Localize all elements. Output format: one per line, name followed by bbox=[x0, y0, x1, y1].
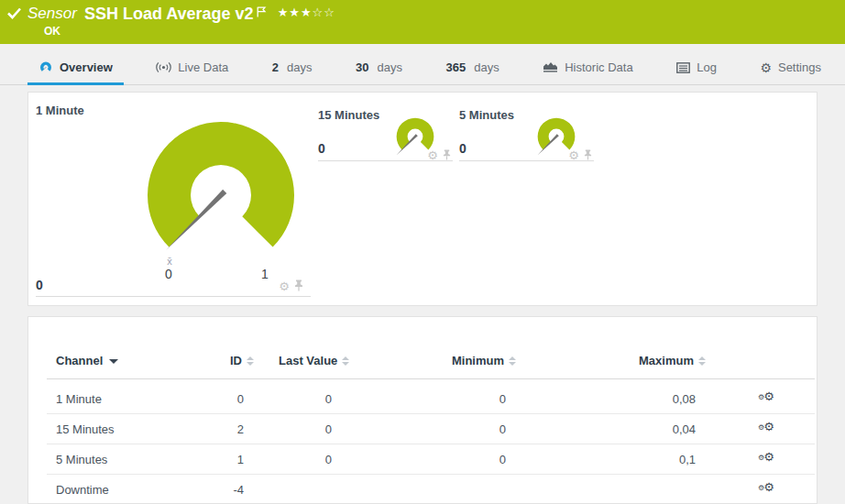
tab-label: Log bbox=[697, 60, 717, 74]
status-ok-check-icon bbox=[7, 6, 21, 23]
sort-toggle-icon bbox=[509, 356, 516, 366]
tab-historic-data[interactable]: Historic Data bbox=[532, 52, 643, 84]
tab-365-days[interactable]: 365 days bbox=[435, 52, 510, 84]
channel-settings-icon[interactable]: ⚙⚙ bbox=[758, 390, 774, 405]
channel-id: -4 bbox=[166, 481, 244, 499]
sensor-tab-bar: Overview Live Data 2 days 30 days 365 da… bbox=[0, 44, 845, 85]
divider bbox=[459, 160, 594, 161]
sensor-title: SSH Load Average v2 bbox=[84, 4, 254, 24]
tab-label: days bbox=[474, 60, 499, 74]
primary-gauge-actions: ⚙ bbox=[36, 279, 303, 295]
channel-settings-icon[interactable]: ⚙⚙ bbox=[758, 481, 774, 496]
tab-log[interactable]: Log bbox=[665, 52, 728, 84]
log-icon bbox=[676, 62, 690, 73]
row-divider bbox=[47, 413, 815, 414]
tab-label: Live Data bbox=[178, 60, 228, 74]
gauge-arc bbox=[538, 118, 576, 150]
historic-data-icon bbox=[543, 61, 558, 73]
header-divider bbox=[47, 378, 815, 379]
tab-number: 365 bbox=[446, 60, 466, 74]
channels-table-header: Channel ID Last Value Minimum Maximum bbox=[28, 352, 817, 370]
pin-icon[interactable] bbox=[584, 148, 592, 164]
priority-stars[interactable]: ★★★☆☆ bbox=[278, 5, 335, 19]
divider bbox=[36, 296, 311, 297]
settings-gear-icon[interactable]: ⚙ bbox=[279, 281, 290, 292]
tab-30-days[interactable]: 30 days bbox=[345, 52, 413, 84]
channel-maximum: 0,1 bbox=[604, 451, 696, 469]
column-header-last-value[interactable]: Last Value bbox=[279, 352, 349, 370]
settings-gear-icon: ⚙ bbox=[760, 61, 772, 74]
divider bbox=[318, 160, 453, 161]
column-header-minimum[interactable]: Minimum bbox=[414, 352, 516, 370]
sort-toggle-icon bbox=[247, 356, 254, 366]
sensor-header: Sensor SSH Load Average v2 ★★★☆☆ OK bbox=[0, 0, 845, 44]
tab-label: days bbox=[287, 60, 312, 74]
channel-settings-icon[interactable]: ⚙⚙ bbox=[758, 451, 774, 466]
column-header-maximum[interactable]: Maximum bbox=[604, 352, 706, 370]
object-kind-label: Sensor bbox=[27, 4, 77, 24]
column-label: Maximum bbox=[639, 352, 694, 370]
table-row: 1 Minute 0 0 0 0,08 ⚙⚙ bbox=[28, 390, 817, 409]
channel-minimum: 0 bbox=[414, 421, 506, 439]
column-header-id[interactable]: ID bbox=[166, 352, 254, 370]
column-label: ID bbox=[230, 352, 242, 370]
channel-minimum: 0 bbox=[414, 451, 506, 469]
channel-id: 1 bbox=[166, 451, 244, 469]
mini-gauge-title: 15 Minutes bbox=[318, 108, 379, 122]
tab-label: Overview bbox=[60, 60, 113, 74]
channel-id: 0 bbox=[166, 390, 244, 409]
gauge-icon bbox=[38, 60, 53, 74]
channels-panel: Channel ID Last Value Minimum Maximum bbox=[27, 316, 818, 504]
tab-overview[interactable]: Overview bbox=[27, 52, 124, 84]
column-label: Last Value bbox=[279, 352, 337, 370]
tab-label: days bbox=[378, 60, 402, 74]
row-divider bbox=[47, 444, 815, 444]
channel-settings-icon[interactable]: ⚙⚙ bbox=[758, 421, 774, 435]
pin-icon[interactable] bbox=[443, 148, 451, 164]
table-row: 5 Minutes 1 0 0 0,1 ⚙⚙ bbox=[28, 451, 817, 469]
primary-gauge-title: 1 Minute bbox=[36, 104, 84, 117]
gauge-arc bbox=[397, 118, 434, 150]
tab-2-days[interactable]: 2 days bbox=[261, 52, 324, 84]
primary-gauge: x̄ 0 1 bbox=[120, 104, 322, 287]
mini-gauge-title: 5 Minutes bbox=[459, 108, 514, 122]
column-label: Channel bbox=[56, 352, 103, 370]
table-row: 15 Minutes 2 0 0 0,04 ⚙⚙ bbox=[28, 421, 817, 439]
tab-number: 30 bbox=[356, 60, 368, 74]
tab-label: Settings bbox=[778, 60, 821, 74]
channel-minimum: 0 bbox=[414, 390, 506, 409]
channel-last-value: 0 bbox=[240, 421, 332, 439]
sort-toggle-icon bbox=[698, 356, 706, 366]
gauges-panel: 1 Minute x̄ 0 1 0 ⚙ 15 Minutes 0 ⚙ bbox=[27, 92, 818, 306]
tab-settings[interactable]: ⚙ Settings bbox=[749, 52, 832, 84]
tab-live-data[interactable]: Live Data bbox=[145, 52, 239, 84]
tab-number: 2 bbox=[272, 60, 279, 74]
mini-gauge-actions: ⚙ bbox=[459, 148, 592, 164]
table-row: Downtime -4 ⚙⚙ bbox=[28, 481, 817, 499]
gauge-average-marker: x̄ bbox=[167, 256, 172, 267]
channel-last-value: 0 bbox=[240, 451, 332, 469]
channel-maximum: 0,04 bbox=[604, 421, 696, 439]
pin-icon[interactable] bbox=[294, 279, 303, 295]
sort-desc-icon bbox=[109, 359, 118, 364]
channel-maximum: 0,08 bbox=[604, 390, 696, 409]
row-divider bbox=[47, 474, 815, 475]
channel-last-value: 0 bbox=[240, 390, 332, 409]
channel-id: 2 bbox=[166, 421, 244, 439]
gauge-arc bbox=[148, 122, 294, 247]
sensor-page: Sensor SSH Load Average v2 ★★★☆☆ OK Over… bbox=[0, 0, 845, 504]
sort-toggle-icon bbox=[342, 356, 349, 366]
mini-gauge-actions: ⚙ bbox=[318, 148, 451, 164]
priority-flag-icon[interactable] bbox=[257, 5, 267, 21]
sensor-status-badge: OK bbox=[44, 25, 60, 38]
column-label: Minimum bbox=[452, 352, 504, 370]
live-data-icon bbox=[156, 61, 171, 73]
tab-label: Historic Data bbox=[565, 60, 632, 74]
